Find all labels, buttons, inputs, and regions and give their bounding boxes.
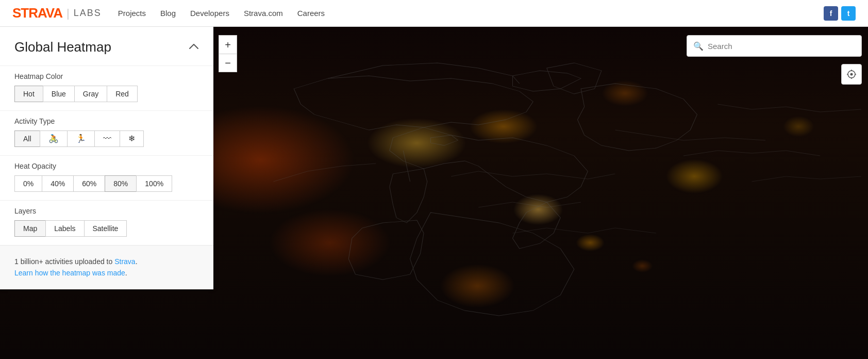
top-navigation: STRAVA | LABS Projects Blog Developers S… <box>0 0 868 27</box>
zoom-controls: + − <box>219 35 237 72</box>
layer-option-map[interactable]: Map <box>14 220 45 237</box>
nav-link-careers[interactable]: Careers <box>297 9 325 18</box>
strava-logo-text: STRAVA <box>12 5 62 21</box>
color-option-hot[interactable]: Hot <box>14 86 43 102</box>
activity-option-run[interactable]: 🏃 <box>67 130 94 147</box>
activity-option-all[interactable]: All <box>14 130 40 147</box>
logo-separator: | <box>66 7 70 20</box>
layers-options: Map Labels Satellite <box>14 220 199 237</box>
activity-option-water[interactable]: 〰 <box>94 130 120 147</box>
nav-link-strava-com[interactable]: Strava.com <box>244 9 283 18</box>
svg-point-1 <box>850 73 853 76</box>
sidebar-footer: 1 billion+ activities uploaded to Strava… <box>0 245 213 289</box>
sidebar-header: Global Heatmap <box>0 27 213 66</box>
layer-option-labels[interactable]: Labels <box>45 220 84 237</box>
labs-logo-text: LABS <box>74 8 102 19</box>
collapse-button[interactable] <box>189 42 199 53</box>
run-icon: 🏃 <box>76 134 86 143</box>
footer-mid: . <box>136 257 138 266</box>
ski-icon: ❄ <box>128 134 135 143</box>
social-links: f t <box>824 6 856 21</box>
search-input[interactable] <box>708 42 855 51</box>
heatmap-color-options: Hot Blue Gray Red <box>14 86 199 102</box>
color-option-red[interactable]: Red <box>107 86 138 102</box>
strava-link[interactable]: Strava <box>114 257 135 266</box>
sidebar-title: Global Heatmap <box>14 39 111 55</box>
heat-opacity-label: Heat Opacity <box>14 162 199 170</box>
twitter-link[interactable]: t <box>841 6 856 21</box>
locate-button[interactable] <box>841 64 862 85</box>
activity-type-options: All 🚴 🏃 〰 ❄ <box>14 130 199 147</box>
activity-option-ski[interactable]: ❄ <box>120 130 144 147</box>
heatmap-color-label: Heatmap Color <box>14 72 199 80</box>
opacity-option-80[interactable]: 80% <box>105 175 136 192</box>
layers-label: Layers <box>14 207 199 215</box>
activity-type-label: Activity Type <box>14 117 199 125</box>
opacity-option-40[interactable]: 40% <box>42 175 73 192</box>
search-icon: 🔍 <box>693 41 704 51</box>
search-box: 🔍 <box>687 35 862 57</box>
chevron-up-icon <box>189 43 199 50</box>
site-logo: STRAVA | LABS <box>12 5 102 21</box>
layers-section: Layers Map Labels Satellite <box>0 200 213 245</box>
opacity-option-60[interactable]: 60% <box>73 175 105 192</box>
color-option-gray[interactable]: Gray <box>74 86 107 102</box>
locate-icon <box>846 69 857 79</box>
sidebar-panel: Global Heatmap Heatmap Color Hot Blue Gr… <box>0 27 213 289</box>
main-navigation: Projects Blog Developers Strava.com Care… <box>118 9 824 18</box>
heatmap-color-section: Heatmap Color Hot Blue Gray Red <box>0 66 213 110</box>
heatmap-made-link[interactable]: Learn how the heatmap was made <box>14 269 125 277</box>
activity-type-section: Activity Type All 🚴 🏃 〰 ❄ <box>0 110 213 155</box>
bike-icon: 🚴 <box>48 134 59 143</box>
heat-opacity-section: Heat Opacity 0% 40% 60% 80% 100% <box>0 155 213 200</box>
color-option-blue[interactable]: Blue <box>43 86 74 102</box>
zoom-in-button[interactable]: + <box>219 35 237 54</box>
nav-link-developers[interactable]: Developers <box>190 9 229 18</box>
opacity-option-100[interactable]: 100% <box>136 175 172 192</box>
facebook-link[interactable]: f <box>824 6 838 21</box>
footer-text: 1 billion+ activities uploaded to <box>14 257 114 266</box>
nav-link-projects[interactable]: Projects <box>118 9 146 18</box>
water-icon: 〰 <box>103 134 111 143</box>
opacity-option-0[interactable]: 0% <box>14 175 42 192</box>
zoom-out-button[interactable]: − <box>219 54 237 72</box>
footer-end: . <box>125 269 127 277</box>
activity-option-bike[interactable]: 🚴 <box>40 130 67 147</box>
nav-link-blog[interactable]: Blog <box>160 9 176 18</box>
layer-option-satellite[interactable]: Satellite <box>84 220 127 237</box>
heat-opacity-options: 0% 40% 60% 80% 100% <box>14 175 199 192</box>
